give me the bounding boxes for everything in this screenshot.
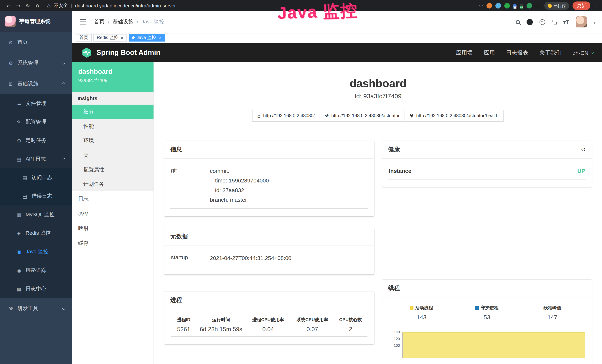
profile-paused-chip[interactable]: 已暂停 bbox=[544, 2, 569, 10]
metadata-card: 元数据 startup 2021-04-27T00:44:31.254+08:0… bbox=[164, 228, 374, 274]
sba-menu-details[interactable]: 细节 bbox=[72, 105, 153, 119]
sidebar-item-trace[interactable]: 链路追踪 bbox=[0, 261, 72, 280]
sba-instance-header[interactable]: dashboard 93a3fc7f7409 bbox=[72, 62, 153, 92]
tools-icon bbox=[7, 306, 14, 311]
fullscreen-icon[interactable] bbox=[552, 20, 556, 24]
hamburger-icon[interactable] bbox=[80, 21, 86, 22]
sba-nav-wallboard[interactable]: 应用墙 bbox=[456, 49, 473, 56]
process-sys-cpu-value: 0.07 bbox=[291, 324, 334, 336]
app-logo[interactable]: 芋道管理系统 bbox=[0, 11, 72, 32]
process-pid-value: 5261 bbox=[171, 324, 196, 336]
sba-menu-performance[interactable]: 性能 bbox=[72, 119, 153, 134]
extension-icon-2[interactable] bbox=[495, 3, 501, 8]
extension-icon-7[interactable] bbox=[536, 3, 541, 8]
search-icon[interactable] bbox=[516, 20, 520, 24]
sidebar-item-access-log[interactable]: 访问日志 bbox=[0, 168, 72, 187]
sidebar-item-api-logs[interactable]: API 日志 bbox=[0, 150, 72, 168]
metadata-value: 2021-04-27T00:44:31.254+08:00 bbox=[210, 253, 291, 263]
app-title: 芋道管理系统 bbox=[19, 18, 50, 25]
profile-avatar-icon bbox=[548, 3, 552, 8]
tab-redis-monitor[interactable]: Redis 监控 bbox=[93, 34, 127, 41]
metadata-startup-row: startup 2021-04-27T00:44:31.254+08:00 bbox=[170, 250, 368, 267]
peak-threads-label: 线程峰值 bbox=[520, 303, 585, 313]
log-document-icon bbox=[22, 175, 28, 181]
daemon-threads-value: 53 bbox=[454, 313, 520, 324]
threads-chart-yaxis: 140 120 100 bbox=[389, 329, 402, 358]
sba-menu-scheduled-tasks[interactable]: 计划任务 bbox=[72, 177, 153, 191]
sba-menu-caches[interactable]: 缓存 bbox=[72, 236, 153, 251]
sba-brand[interactable]: Spring Boot Admin bbox=[81, 47, 160, 58]
link-health-url[interactable]: http://192.168.0.2:48080/actuator/health bbox=[404, 110, 504, 122]
chevron-down-icon bbox=[591, 51, 594, 54]
sidebar-item-redis-monitor[interactable]: Redis 监控 bbox=[0, 224, 72, 243]
browser-update-button[interactable]: 更新 bbox=[572, 1, 590, 10]
git-branch: branch: master bbox=[210, 195, 269, 205]
breadcrumb-separator bbox=[108, 19, 109, 25]
sba-locale-select[interactable]: zh-CN bbox=[573, 50, 593, 56]
live-threads-label: 活动线程 bbox=[415, 305, 433, 311]
breadcrumb-home[interactable]: 首页 bbox=[94, 19, 105, 25]
health-instance-row[interactable]: Instance UP bbox=[388, 163, 586, 180]
extension-icon-6[interactable] bbox=[527, 3, 532, 8]
security-label[interactable]: 不安全 bbox=[54, 2, 68, 9]
daemon-threads-legend-swatch bbox=[475, 306, 479, 310]
sidebar-item-mysql-monitor[interactable]: MySQL 监控 bbox=[0, 205, 72, 224]
extension-icon-1[interactable] bbox=[486, 3, 492, 8]
sba-menu-logs[interactable]: 日志 bbox=[72, 191, 153, 206]
clock-icon bbox=[16, 138, 22, 143]
sba-menu-environment[interactable]: 环境 bbox=[72, 134, 153, 148]
breadcrumb-infrastructure[interactable]: 基础设施 bbox=[113, 19, 133, 25]
font-size-icon[interactable] bbox=[563, 18, 569, 25]
tab-java-monitor[interactable]: Java 监控 bbox=[129, 34, 165, 41]
url-text[interactable]: dashboard.yudao.iocoder.cn/infra/admin-s… bbox=[75, 3, 176, 8]
sba-nav-applications[interactable]: 应用 bbox=[484, 49, 495, 56]
screen: 不安全 | dashboard.yudao.iocoder.cn/infra/a… bbox=[0, 0, 602, 364]
browser-reload-icon[interactable] bbox=[23, 3, 33, 9]
browser-back-icon[interactable] bbox=[4, 3, 13, 9]
wrench-icon bbox=[325, 113, 329, 118]
sidebar-item-log-center[interactable]: 日志中心 bbox=[0, 280, 72, 298]
info-card-title: 信息 bbox=[170, 146, 182, 153]
sidebar-item-dev-tools[interactable]: 研发工具 bbox=[0, 298, 72, 319]
sidebar-item-file-management[interactable]: 文件管理 bbox=[0, 94, 72, 113]
link-root-url[interactable]: http://192.168.0.2:48080/ bbox=[252, 110, 320, 122]
health-card: 健康 Instance UP bbox=[382, 141, 592, 187]
history-icon[interactable] bbox=[581, 146, 586, 153]
monitor-icon bbox=[16, 249, 22, 255]
sba-nav-journal[interactable]: 日志报表 bbox=[506, 49, 528, 56]
browser-forward-icon[interactable] bbox=[13, 3, 23, 9]
sba-menu-config-properties[interactable]: 配置属性 bbox=[72, 162, 153, 177]
sidebar-item-system-management[interactable]: 系统管理 bbox=[0, 53, 72, 74]
sba-menu-mappings[interactable]: 映射 bbox=[72, 221, 153, 236]
browser-menu-icon[interactable] bbox=[594, 3, 599, 8]
live-threads-legend-swatch bbox=[410, 306, 413, 310]
address-bar[interactable]: 不安全 | dashboard.yudao.iocoder.cn/infra/a… bbox=[47, 2, 479, 9]
sba-menu-classes[interactable]: 类 bbox=[72, 148, 153, 162]
extension-icon-4[interactable] bbox=[513, 4, 516, 7]
breadcrumb-current: Java 监控 bbox=[142, 19, 164, 25]
tab-home[interactable]: 首页 bbox=[76, 34, 92, 41]
help-icon[interactable]: ? bbox=[539, 19, 545, 25]
github-icon[interactable] bbox=[526, 19, 533, 25]
link-actuator-url[interactable]: http://192.168.0.2:48080/actuator bbox=[320, 110, 405, 122]
sidebar-item-error-log[interactable]: 错误日志 bbox=[0, 187, 72, 205]
chevron-up-icon bbox=[62, 158, 65, 161]
user-avatar[interactable] bbox=[576, 16, 587, 27]
close-icon[interactable] bbox=[120, 35, 123, 40]
avatar-caret-icon[interactable] bbox=[594, 18, 595, 25]
sba-menu-jvm[interactable]: JVM bbox=[72, 206, 153, 221]
close-icon[interactable] bbox=[158, 35, 161, 40]
extension-icon-5[interactable]: on bbox=[520, 4, 523, 7]
sidebar-item-java-monitor[interactable]: Java 监控 bbox=[0, 243, 72, 261]
edit-icon bbox=[16, 119, 22, 125]
sba-nav: 应用墙 应用 日志报表 关于我们 zh-CN bbox=[456, 49, 593, 56]
sba-nav-about[interactable]: 关于我们 bbox=[539, 49, 562, 56]
extension-icon-3[interactable] bbox=[504, 3, 510, 8]
sidebar-item-scheduled-jobs[interactable]: 定时任务 bbox=[0, 131, 72, 150]
live-threads-value: 143 bbox=[389, 313, 454, 324]
bookmark-star-icon[interactable] bbox=[479, 3, 483, 8]
sidebar-item-infrastructure[interactable]: 基础设施 bbox=[0, 74, 72, 94]
sidebar-item-home[interactable]: 首页 bbox=[0, 32, 72, 53]
sidebar-item-config-management[interactable]: 配置管理 bbox=[0, 113, 72, 131]
browser-home-icon[interactable] bbox=[33, 3, 42, 9]
